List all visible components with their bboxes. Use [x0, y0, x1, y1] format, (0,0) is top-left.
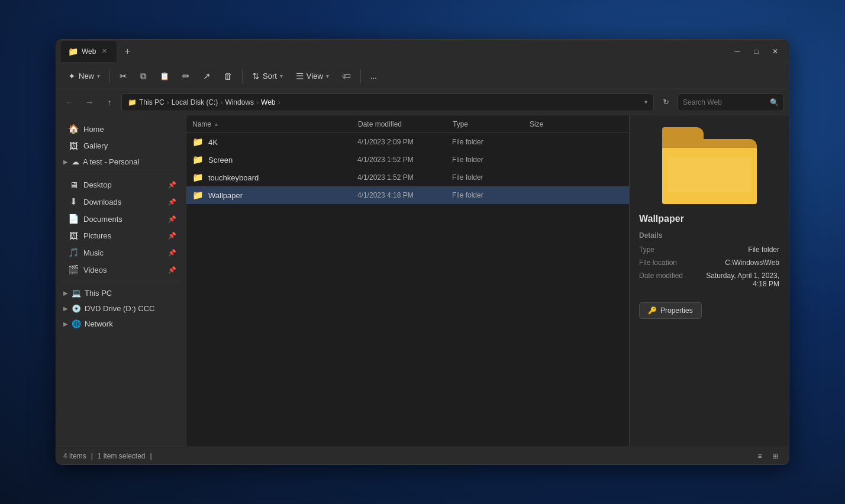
sort-button[interactable]: ⇅ Sort ▾ — [246, 68, 289, 85]
search-box[interactable]: 🔍 — [678, 93, 784, 111]
sidebar-item-network[interactable]: ▶ 🌐 Network — [59, 316, 183, 331]
folder-icon-screen: 📁 — [192, 154, 204, 165]
sidebar-label-desktop: Desktop — [83, 180, 112, 189]
col-header-name[interactable]: Name ▲ — [192, 120, 358, 128]
sidebar-item-music[interactable]: 🎵 Music 📌 — [59, 244, 183, 261]
toolbar: ✦ New ▾ ✂ ⧉ 📋 ✏ ↗ 🗑 ⇅ Sort ▾ ☰ — [56, 63, 789, 89]
videos-icon: 🎬 — [68, 264, 79, 275]
documents-pin-icon: 📌 — [168, 215, 176, 223]
file-row-touchkeyboard[interactable]: 📁 touchkeyboard 4/1/2023 1:52 PM File fo… — [186, 169, 629, 186]
sidebar-item-downloads[interactable]: ⬇ Downloads 📌 — [59, 193, 183, 210]
window-controls: ─ □ ✕ — [728, 44, 784, 59]
grid-view-button[interactable]: ⊞ — [769, 450, 782, 462]
close-button[interactable]: ✕ — [766, 44, 784, 59]
toolbar-sep-1 — [109, 69, 110, 83]
back-button[interactable]: ← — [61, 94, 78, 111]
sidebar: 🏠 Home 🖼 Gallery ▶ ☁ A test - Personal 🖥… — [56, 115, 186, 447]
gallery-icon: 🖼 — [68, 141, 79, 151]
up-button[interactable]: ↑ — [101, 94, 118, 111]
new-label: New — [79, 72, 94, 80]
dvd-icon: 💿 — [72, 304, 81, 313]
search-input[interactable] — [683, 98, 766, 106]
sidebar-item-gallery[interactable]: 🖼 Gallery — [59, 138, 183, 154]
sidebar-item-documents[interactable]: 📄 Documents 📌 — [59, 211, 183, 227]
list-view-button[interactable]: ≡ — [753, 450, 766, 462]
file-type-touchkeyboard: File folder — [452, 173, 529, 182]
this-pc-icon: 💻 — [72, 289, 81, 298]
col-header-type[interactable]: Type — [453, 120, 530, 128]
paste-button[interactable]: 📋 — [154, 69, 175, 83]
toolbar-sep-2 — [242, 69, 243, 83]
addressbar: ← → ↑ 📁 This PC › Local Disk (C:) › Wind… — [56, 89, 789, 115]
file-row-4k[interactable]: 📁 4K 4/1/2023 2:09 PM File folder — [186, 133, 629, 151]
statusbar: 4 items | 1 item selected | ≡ ⊞ — [56, 447, 789, 464]
col-header-date[interactable]: Date modified — [358, 120, 453, 128]
folder-icon-wallpaper: 📁 — [192, 190, 204, 201]
sidebar-label-atest: A test - Personal — [83, 157, 139, 166]
item-count: 4 items — [63, 452, 86, 460]
maximize-button[interactable]: □ — [747, 44, 765, 59]
downloads-icon: ⬇ — [68, 196, 79, 207]
file-explorer-window: 📁 Web ✕ + ─ □ ✕ ✦ New ▾ ✂ ⧉ 📋 ✏ — [56, 39, 789, 465]
downloads-pin-icon: 📌 — [168, 198, 176, 206]
preview-panel: Wallpaper Details Type File folder File … — [629, 115, 789, 447]
file-name-wallpaper: Wallpaper — [208, 191, 357, 200]
view-label: View — [307, 72, 323, 80]
properties-button[interactable]: 🔑 Properties — [639, 302, 702, 319]
breadcrumb-current[interactable]: Web — [261, 98, 275, 106]
rename-button[interactable]: ✏ — [176, 68, 196, 85]
delete-icon: 🗑 — [224, 71, 233, 81]
breadcrumb-this-pc[interactable]: This PC — [139, 98, 165, 106]
sidebar-label-this-pc: This PC — [85, 289, 112, 298]
new-button[interactable]: ✦ New ▾ — [62, 68, 106, 85]
file-type-screen: File folder — [452, 156, 529, 164]
delete-button[interactable]: 🗑 — [218, 68, 238, 84]
sidebar-label-pictures: Pictures — [83, 231, 111, 240]
sidebar-item-a-test[interactable]: ▶ ☁ A test - Personal — [59, 154, 183, 169]
preview-date-key: Date modified — [639, 272, 692, 288]
sidebar-item-pictures[interactable]: 🖼 Pictures 📌 — [59, 228, 183, 244]
share-button[interactable]: ↗ — [197, 68, 217, 85]
sidebar-item-home[interactable]: 🏠 Home — [59, 121, 183, 137]
rename-icon: ✏ — [182, 71, 190, 82]
preview-name: Wallpaper — [639, 214, 684, 224]
breadcrumb[interactable]: 📁 This PC › Local Disk (C:) › Windows › … — [121, 93, 654, 111]
col-header-size[interactable]: Size — [530, 120, 623, 128]
preview-type-val: File folder — [692, 245, 779, 254]
breadcrumb-folder-icon: 📁 — [128, 98, 137, 106]
network-arrow-icon: ▶ — [63, 321, 68, 327]
forward-button[interactable]: → — [81, 94, 98, 111]
refresh-button[interactable]: ↻ — [657, 94, 674, 111]
copy-button[interactable]: ⧉ — [134, 68, 153, 85]
sidebar-item-this-pc[interactable]: ▶ 💻 This PC — [59, 286, 183, 301]
tab-close-button[interactable]: ✕ — [99, 46, 109, 56]
preview-row-location: File location C:\Windows\Web — [639, 259, 779, 267]
preview-row-date: Date modified Saturday, April 1, 2023, 4… — [639, 272, 779, 288]
preview-details-title: Details — [639, 231, 662, 240]
file-row-screen[interactable]: 📁 Screen 4/1/2023 1:52 PM File folder — [186, 151, 629, 169]
view-toggle-area: ≡ ⊞ — [753, 450, 782, 462]
breadcrumb-dropdown-button[interactable]: ▾ — [644, 99, 647, 105]
properties-label: Properties — [660, 306, 693, 315]
preview-details-table: Type File folder File location C:\Window… — [639, 245, 779, 293]
folder-icon-touchkeyboard: 📁 — [192, 172, 204, 183]
sidebar-item-dvd[interactable]: ▶ 💿 DVD Drive (D:) CCC — [59, 301, 183, 316]
breadcrumb-local-disk[interactable]: Local Disk (C:) — [172, 98, 218, 106]
more-button[interactable]: ... — [365, 69, 383, 83]
preview-type-key: Type — [639, 245, 692, 254]
sidebar-item-videos[interactable]: 🎬 Videos 📌 — [59, 261, 183, 278]
main-area: 🏠 Home 🖼 Gallery ▶ ☁ A test - Personal 🖥… — [56, 115, 789, 447]
new-tab-button[interactable]: + — [119, 43, 136, 60]
file-date-screen: 4/1/2023 1:52 PM — [357, 156, 452, 164]
active-tab[interactable]: 📁 Web ✕ — [61, 41, 117, 62]
tab-folder-icon: 📁 — [68, 47, 78, 56]
paste-icon: 📋 — [160, 72, 169, 80]
cut-button[interactable]: ✂ — [114, 68, 133, 85]
sidebar-item-desktop[interactable]: 🖥 Desktop 📌 — [59, 177, 183, 193]
file-row-wallpaper[interactable]: 📁 Wallpaper 4/1/2023 4:18 PM File folder — [186, 186, 629, 204]
breadcrumb-windows[interactable]: Windows — [225, 98, 254, 106]
tag-button[interactable]: 🏷 — [336, 68, 357, 84]
view-button[interactable]: ☰ View ▾ — [290, 68, 335, 85]
dvd-arrow-icon: ▶ — [63, 305, 68, 312]
minimize-button[interactable]: ─ — [728, 44, 746, 59]
